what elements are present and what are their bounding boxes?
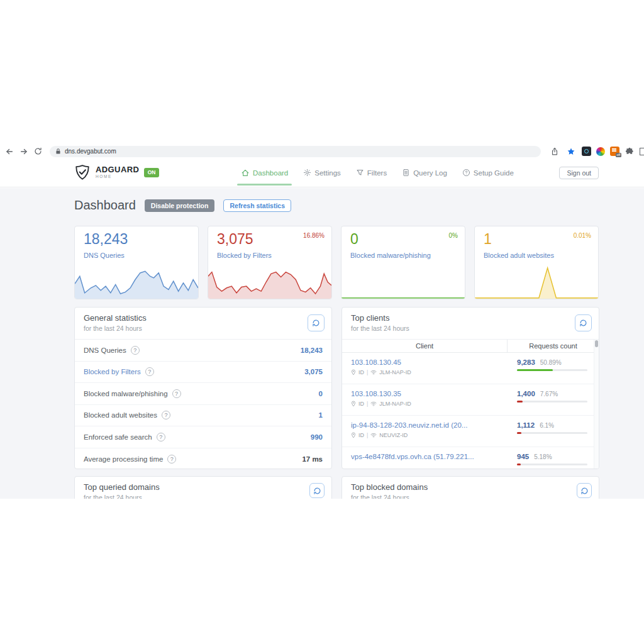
- reload-icon[interactable]: [31, 145, 45, 158]
- forward-icon-glyph: [19, 147, 28, 156]
- nav-item-settings[interactable]: Settings: [303, 169, 341, 177]
- client-network: JLM-NAP-ID: [379, 401, 411, 407]
- browser-toolbar: dns.devgabut.com off: [0, 143, 644, 159]
- stat-label: Blocked by Filters: [217, 252, 272, 259]
- refresh-button[interactable]: [309, 483, 325, 498]
- off-badge: off: [616, 153, 621, 158]
- forward-icon[interactable]: [16, 145, 31, 158]
- clients-table-header: Client Requests count: [342, 340, 599, 353]
- refresh-statistics-button[interactable]: Refresh statistics: [223, 199, 291, 212]
- stat-card: 1 Blocked adult websites 0.01%: [474, 226, 599, 299]
- share-icon[interactable]: [549, 145, 560, 158]
- requests-percent: 7.67%: [540, 391, 558, 397]
- stats-value: 1: [319, 411, 323, 419]
- top-clients-panel: Top clients for the last 24 hours Client…: [341, 307, 599, 469]
- stat-percent: 0.01%: [574, 232, 591, 239]
- stats-row: Blocked adult websites ? 1: [75, 405, 331, 427]
- disable-protection-button[interactable]: Disable protection: [145, 199, 215, 212]
- lock-icon: [55, 148, 61, 155]
- top-queried-domains-panel: Top queried domains for the last 24 hour…: [74, 476, 332, 499]
- panel-subtitle: for the last 24 hours: [351, 325, 590, 332]
- nav-item-setup-guide[interactable]: Setup Guide: [462, 169, 514, 177]
- stat-value: 0: [350, 231, 358, 248]
- stat-label: Blocked malware/phishing: [350, 252, 431, 259]
- panel-title: Top blocked domains: [351, 482, 590, 492]
- gear-icon: [303, 169, 311, 177]
- stats-label: Blocked by Filters: [84, 368, 141, 375]
- client-link[interactable]: vps-4e8478fd.vps.ovh.ca (51.79.221...: [351, 453, 507, 460]
- requests-count: 1,112: [517, 421, 535, 429]
- stat-label: DNS Queries: [84, 252, 125, 259]
- stats-value: 990: [311, 433, 323, 441]
- funnel-icon: [356, 169, 364, 177]
- client-link[interactable]: 103.108.130.45: [351, 358, 507, 366]
- refresh-button[interactable]: [308, 314, 325, 331]
- partial-extension-icon[interactable]: [640, 148, 644, 155]
- stat-card: 0 Blocked malware/phishing 0%: [341, 226, 465, 299]
- wifi-icon: [370, 401, 377, 406]
- refresh-button[interactable]: [575, 314, 592, 331]
- sign-out-button[interactable]: Sign out: [559, 167, 599, 179]
- stat-label: Blocked adult websites: [484, 252, 554, 259]
- client-row: ip-94-83-128-203.neuviz.net.id (20... ID…: [342, 416, 599, 447]
- bookmark-star-icon[interactable]: [565, 145, 577, 158]
- wifi-icon: [370, 370, 377, 375]
- column-client: Client: [342, 340, 507, 352]
- stat-percent: 16.86%: [303, 232, 325, 239]
- page-head: Dashboard Disable protection Refresh sta…: [74, 198, 291, 213]
- help-icon[interactable]: ?: [172, 389, 181, 398]
- general-statistics-panel: General statistics for the last 24 hours…: [74, 307, 332, 469]
- requests-count: 945: [517, 453, 529, 460]
- back-icon-glyph: [5, 147, 14, 156]
- requests-count: 9,283: [517, 358, 535, 366]
- requests-percent: 5.18%: [534, 453, 552, 460]
- location-pin-icon: [351, 369, 356, 375]
- help-icon[interactable]: ?: [131, 346, 140, 355]
- panel-title: General statistics: [84, 313, 323, 323]
- react-devtools-extension-icon[interactable]: [582, 147, 591, 156]
- refresh-icon: [579, 319, 587, 327]
- client-link[interactable]: ip-94-83-128-203.neuviz.net.id (20...: [351, 421, 507, 429]
- top-blocked-domains-panel: Top blocked domains for the last 24 hour…: [341, 476, 599, 499]
- panel-subtitle: for the last 24 hours: [351, 494, 590, 499]
- stats-row: Blocked malware/phishing ? 0: [75, 383, 331, 405]
- clients-rows: 103.108.130.45 ID | JLM-NAP-ID 9,283 50.…: [342, 353, 599, 469]
- stats-label: Average processing time: [84, 455, 163, 463]
- page-title: Dashboard: [74, 198, 136, 213]
- panel-title: Top clients: [351, 313, 590, 323]
- adguard-logo[interactable]: ADGUARD HOME ON: [74, 164, 159, 180]
- bottom-panels: Top queried domains for the last 24 hour…: [74, 476, 599, 499]
- panel-head: Top clients for the last 24 hours: [342, 308, 599, 340]
- sparkline-chart: [208, 265, 331, 299]
- bookmark-star-icon-glyph: [567, 147, 575, 156]
- toolbar-actions: off: [547, 145, 644, 158]
- stats-label: Blocked malware/phishing: [84, 390, 168, 397]
- help-icon[interactable]: ?: [157, 433, 165, 441]
- requests-bar: [517, 401, 587, 402]
- protection-on-badge: ON: [144, 168, 159, 177]
- requests-percent: 50.89%: [540, 359, 562, 366]
- adblock-off-extension-icon[interactable]: off: [610, 147, 619, 156]
- refresh-button[interactable]: [577, 483, 592, 498]
- stats-label: Enforced safe search: [84, 433, 152, 441]
- help-icon[interactable]: ?: [145, 367, 154, 376]
- scrollbar[interactable]: [594, 340, 599, 469]
- scrollbar-thumb[interactable]: [595, 340, 598, 347]
- help-icon[interactable]: ?: [167, 455, 176, 464]
- nav-item-dashboard[interactable]: Dashboard: [241, 169, 288, 177]
- stat-percent: 0%: [449, 232, 458, 239]
- client-row: 103.108.130.45 ID | JLM-NAP-ID 9,283 50.…: [342, 353, 599, 384]
- back-icon[interactable]: [2, 145, 16, 158]
- client-meta: ID | JLM-NAP-ID: [351, 369, 507, 375]
- color-wheel-extension-icon[interactable]: [596, 147, 605, 156]
- client-network: JLM-NAP-ID: [379, 369, 411, 375]
- help-icon[interactable]: ?: [162, 411, 170, 419]
- stat-value: 3,075: [217, 231, 253, 248]
- url-bar[interactable]: dns.devgabut.com: [50, 146, 541, 157]
- nav-item-query-log[interactable]: Query Log: [402, 169, 447, 177]
- nav-item-filters[interactable]: Filters: [356, 169, 387, 177]
- extensions-puzzle-icon[interactable]: [625, 145, 635, 158]
- stat-value: 1: [484, 231, 492, 248]
- panel-head: General statistics for the last 24 hours: [75, 308, 331, 340]
- client-link[interactable]: 103.108.130.35: [351, 390, 507, 397]
